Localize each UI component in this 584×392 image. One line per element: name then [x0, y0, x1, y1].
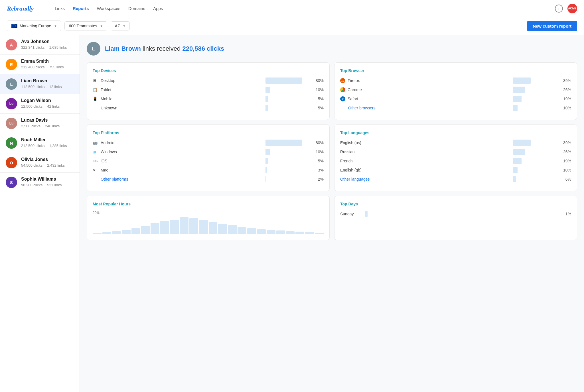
nav-links[interactable]: Links	[55, 6, 65, 11]
bar-fill	[265, 140, 302, 146]
stat-row: 🤖 Android 80%	[93, 140, 324, 146]
user-stats: 2,500 clicks 246 links	[21, 124, 74, 128]
ios-icon: iOS	[93, 160, 98, 163]
chevron-down-icon: ▼	[54, 24, 57, 28]
bar-fill	[265, 105, 268, 111]
top-devices-card: Top Devices 🖥 Desktop 80% 📋 Tablet 10%	[87, 62, 330, 120]
top-languages-card: Top Languages English (us) 39% Russian 2…	[334, 124, 577, 191]
bar-fill	[513, 167, 518, 173]
stat-pct: 10%	[313, 150, 324, 154]
list-item[interactable]: Lu Lucas Davis 2,500 clicks 246 links	[0, 114, 80, 133]
avatar: Lo	[6, 98, 17, 109]
hour-bar	[189, 218, 198, 234]
stat-bar	[265, 149, 311, 155]
stat-pct: 5%	[313, 97, 324, 101]
stat-row: Other languages 6%	[340, 176, 571, 182]
stat-row: ✕ Mac 3%	[93, 167, 324, 173]
hour-bar	[93, 233, 102, 234]
stat-label: Tablet	[101, 87, 263, 92]
stat-bar	[265, 77, 311, 84]
other-browsers-label[interactable]: Other browsers	[348, 106, 511, 110]
top-browser-card: Top Browser 🦊 Firefox 39% Chrome 26%	[334, 62, 577, 120]
selected-clicks: 220,586 clicks	[182, 45, 224, 52]
user-stats: 12,500 clicks 42 links	[21, 104, 74, 109]
bar-fill	[265, 158, 268, 164]
selected-avatar: L	[87, 42, 100, 56]
user-clicks: 2,500 clicks	[21, 124, 40, 128]
user-avatar-badge[interactable]: ACME	[567, 4, 577, 13]
avatar: L	[6, 78, 17, 90]
stat-row: ⊕ Safari 19%	[340, 96, 571, 102]
navbar: Rebrandly Links Reports Workspaces Domai…	[0, 0, 584, 17]
android-icon: 🤖	[93, 140, 98, 145]
list-item[interactable]: Lo Logan Wilson 12,500 clicks 42 links	[0, 94, 80, 114]
user-links: 12 links	[49, 85, 62, 89]
teammates-filter[interactable]: 600 Teammates ▼	[64, 21, 107, 30]
hour-bar	[286, 231, 295, 234]
hour-bar	[295, 232, 304, 234]
nav-reports[interactable]: Reports	[73, 6, 89, 11]
user-name: Sophia Williams	[21, 177, 74, 182]
list-item[interactable]: L Liam Brown 112,500 clicks 12 links	[0, 74, 80, 94]
list-item[interactable]: S Sophia Williams 98,200 clicks 521 link…	[0, 173, 80, 192]
stat-row: Unknown 5%	[93, 105, 324, 111]
hour-bar	[218, 224, 227, 234]
hour-bar	[228, 225, 237, 234]
info-icon[interactable]: i	[555, 5, 563, 13]
stat-label: Android	[101, 140, 263, 145]
bar-fill	[265, 149, 270, 155]
cards-grid: Top Devices 🖥 Desktop 80% 📋 Tablet 10%	[87, 62, 577, 240]
stat-bar	[265, 96, 311, 102]
bar-fill	[513, 158, 522, 164]
stat-bar	[513, 77, 559, 84]
stat-label: Safari	[348, 97, 511, 101]
az-filter[interactable]: AZ ▼	[111, 21, 130, 30]
stat-label: Chrome	[348, 87, 511, 92]
stat-pct: 10%	[561, 106, 571, 110]
hour-bar	[170, 220, 179, 234]
workspace-label: Marketing Europe	[20, 24, 51, 28]
stat-label: French	[340, 159, 511, 163]
nav-apps[interactable]: Apps	[153, 6, 163, 11]
chrome-icon	[340, 87, 345, 92]
stat-bar	[265, 140, 311, 146]
user-stats: 212,500 clicks 1,285 links	[21, 144, 74, 148]
stat-bar	[513, 140, 559, 146]
toolbar: 🇪🇺 Marketing Europe ▼ 600 Teammates ▼ AZ…	[0, 17, 584, 35]
list-item[interactable]: O Olivia Jones 54,500 clicks 2,432 links	[0, 153, 80, 173]
new-custom-report-button[interactable]: New custom report	[527, 21, 577, 31]
nav-domains[interactable]: Domains	[128, 6, 145, 11]
nav-workspaces[interactable]: Workspaces	[97, 6, 120, 11]
stat-pct: 5%	[313, 106, 324, 110]
list-item[interactable]: E Emma Smith 212,400 clicks 755 links	[0, 55, 80, 74]
logo[interactable]: Rebrandly	[7, 5, 41, 12]
hours-chart	[93, 217, 324, 234]
hour-bar	[122, 230, 131, 234]
list-item[interactable]: A Ava Johnson 322,341 clicks 1,685 links	[0, 35, 80, 55]
bar-fill	[513, 105, 518, 111]
top-days-card: Top Days Sunday 1%	[334, 196, 577, 240]
bar-fill	[265, 87, 270, 93]
card-title: Top Days	[340, 202, 571, 206]
workspace-filter[interactable]: 🇪🇺 Marketing Europe ▼	[7, 21, 61, 31]
user-links: 521 links	[47, 183, 62, 187]
selected-title: Liam Brown links received 220,586 clicks	[105, 45, 224, 52]
other-languages-label[interactable]: Other languages	[340, 177, 511, 181]
hour-bar	[238, 227, 246, 234]
user-name: Liam Brown	[21, 78, 74, 83]
list-item[interactable]: N Noah Miller 212,500 clicks 1,285 links	[0, 133, 80, 153]
hour-bar	[209, 222, 218, 234]
chevron-down-icon: ▼	[100, 24, 103, 28]
main-layout: A Ava Johnson 322,341 clicks 1,685 links…	[0, 35, 584, 392]
user-clicks: 212,400 clicks	[21, 65, 44, 69]
stat-pct: 10%	[561, 168, 571, 172]
stat-row: iOS iOS 5%	[93, 158, 324, 164]
user-stats: 112,500 clicks 12 links	[21, 85, 74, 89]
stat-label: English (gb)	[340, 168, 511, 172]
user-links: 1,285 links	[49, 144, 67, 148]
other-platforms-label[interactable]: Other platforms	[101, 177, 263, 181]
selected-user-header: L Liam Brown links received 220,586 clic…	[87, 42, 577, 56]
stat-row: Other browsers 10%	[340, 105, 571, 111]
bar-fill	[513, 96, 522, 102]
avatar: E	[6, 59, 17, 70]
